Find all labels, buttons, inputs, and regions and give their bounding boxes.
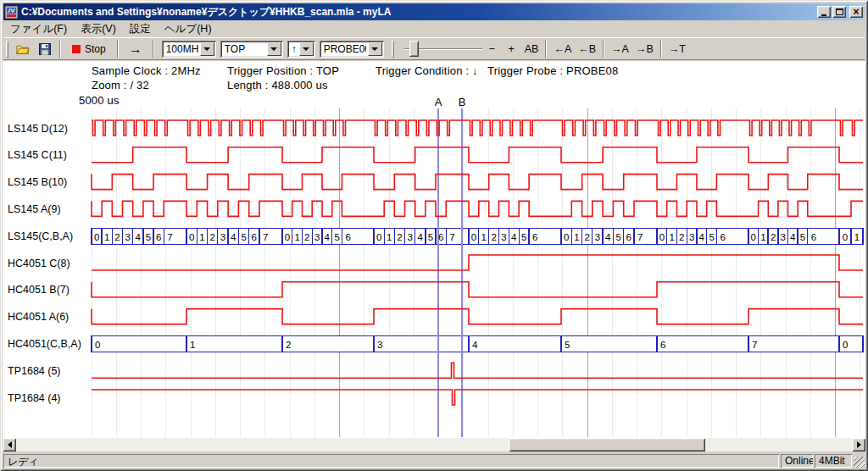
bus-value-text: 3 [377,340,382,350]
minimize-button[interactable] [817,6,831,18]
app-icon [5,6,18,19]
open-button[interactable] [12,40,34,58]
goto-cursor-b-right-button[interactable]: →B [632,40,657,58]
bus-value-text: 1 [854,232,860,242]
status-online-badge: Online [781,454,813,468]
scroll-left-button[interactable] [3,438,16,452]
floppy-disk-icon [39,43,51,55]
run-button[interactable]: → [122,40,149,58]
resize-grip[interactable] [854,457,865,468]
toolbar-grip[interactable] [392,41,394,58]
menu-settings[interactable]: 設定 [123,21,158,37]
waveform-trace [92,147,863,163]
zoom-slider[interactable] [404,40,482,58]
bus-value-text: 3 [220,232,225,242]
bus-value-text: 4 [699,232,705,242]
goto-cursor-b-left-button[interactable]: ←B [575,40,599,58]
menu-help[interactable]: ヘルプ(H) [158,21,219,37]
bus-value-text: 6 [438,232,443,242]
bus-value-text: 4 [511,232,517,242]
sample-clock-value: 100MHz [162,43,198,55]
toolbar: Stop → 100MHz TOP ↑ PROBE00 −+AB←A←B→A→B… [3,37,865,60]
ab-cursor-button[interactable]: AB [521,40,542,58]
app-window: C:¥Documents and Settings¥noname¥デスクトップ¥… [0,0,868,471]
waveform-trace [92,390,863,405]
statusbar: レディ Online 4MBit [3,453,865,468]
bus-value-text: 5 [428,232,433,242]
bus-value-text: 2 [584,232,589,242]
minimize-icon [821,14,826,16]
bus-value-text: 0 [285,232,290,242]
horizontal-scrollbar[interactable] [3,438,865,452]
arrow-down-glyph [371,47,378,54]
bus-value-text: 1 [387,232,392,242]
bus-value-text: 0 [564,232,569,242]
maximize-button[interactable] [832,6,846,18]
bus-value-text: 5 [521,232,526,242]
cursor-a-label: A [435,96,442,108]
bus-value-text: 2 [114,232,120,242]
bus-value-text: 3 [125,232,130,242]
sample-clock-combo[interactable]: 100MHz [162,41,216,58]
menu-view[interactable]: 表示(V) [74,21,123,37]
bus-value-text: 7 [752,340,757,350]
stop-button[interactable]: Stop [64,40,114,58]
chevron-down-icon[interactable] [299,42,314,56]
scrollbar-thumb[interactable] [509,438,705,452]
trigger-position-value: TOP [220,43,265,55]
bus-value-text: 1 [104,232,109,242]
bus-value-text: 6 [156,232,161,242]
bus-value-text: 3 [407,232,412,242]
titlebar[interactable]: C:¥Documents and Settings¥noname¥デスクトップ¥… [3,3,865,20]
bus-value-text: 5 [241,232,246,242]
bus-value-text: 2 [304,232,309,242]
waveform-trace [92,309,863,324]
toolbar-separator [603,40,604,58]
menu-file[interactable]: ファイル(F) [3,21,74,37]
bus-value-text: 6 [532,232,537,242]
waveform-trace [92,175,863,190]
trigger-edge-combo[interactable]: ↑ [287,41,315,58]
bus-value-text: 0 [843,340,848,350]
scroll-right-icon [857,441,865,448]
bus-value-text: 0 [376,232,381,242]
trigger-position-combo[interactable]: TOP [220,41,283,58]
bus-value-box [374,335,469,352]
bus-value-text: 2 [209,232,214,242]
trigger-probe-combo[interactable]: PROBE00 [320,41,384,58]
bus-value-text: 5 [565,340,570,350]
waveform-client: Sample Clock : 2MHz Zoom : / 32 Trigger … [3,61,865,438]
chevron-down-icon[interactable] [368,42,382,56]
bus-value-text: 2 [397,232,402,242]
chevron-down-icon[interactable] [267,42,281,56]
waveform-trace [92,120,863,136]
bus-value-text: 0 [94,232,99,242]
status-memory-badge: 4MBit [815,454,852,468]
bus-value-text: 6 [720,232,725,242]
chevron-down-icon[interactable] [200,42,214,56]
bus-value-text: 5 [615,232,620,242]
goto-cursor-a-right-button[interactable]: →A [608,40,632,58]
zoom-slider-thumb[interactable] [409,41,419,57]
bus-value-text: 7 [637,232,643,242]
bus-value-text: 3 [780,232,785,242]
run-arrow-icon: → [129,42,142,57]
zoom-out-button[interactable]: − [482,40,502,58]
bus-value-text: 3 [689,232,694,242]
goto-trigger-button[interactable]: →T [665,40,689,58]
save-button[interactable] [34,40,56,58]
scroll-right-button[interactable] [852,438,865,452]
goto-cursor-a-left-button[interactable]: ←A [550,40,575,58]
toolbar-separator [545,40,547,58]
bus-value-text: 6 [626,232,632,242]
toolbar-grip[interactable] [6,41,8,58]
arrow-down-glyph [303,47,309,54]
bus-value-text: 4 [325,232,331,242]
close-button[interactable]: × [849,6,863,18]
zoom-in-button[interactable]: + [502,40,521,58]
bus-value-text: 3 [314,232,320,242]
bus-value-text: 1 [199,232,204,242]
bus-value-text: 4 [605,232,611,242]
bus-value-box [561,335,657,352]
bus-value-text: 0 [843,232,848,242]
